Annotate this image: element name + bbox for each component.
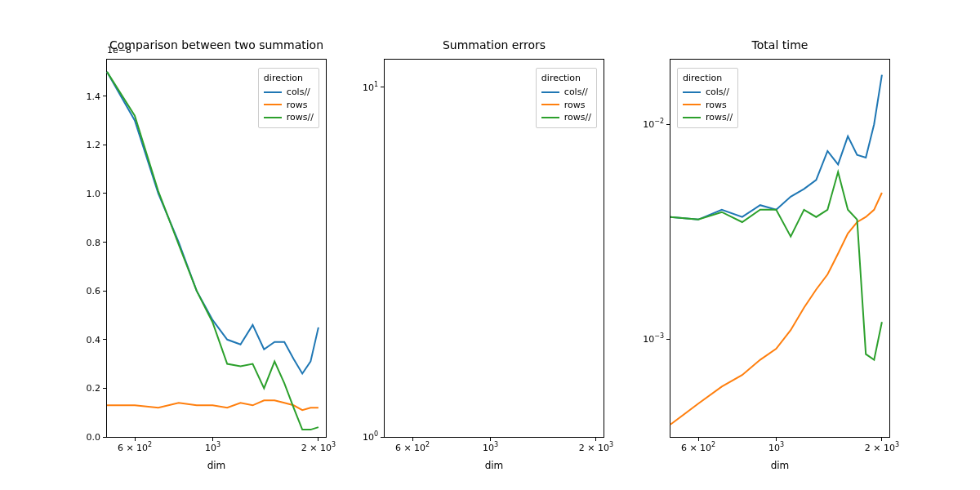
x-tick-label: 103 <box>205 443 220 453</box>
series-rows <box>670 193 882 425</box>
legend-item-rows_par: rows// <box>264 111 314 123</box>
legend-label: rows// <box>706 111 733 123</box>
y-tick-label: 0.2 <box>87 383 101 394</box>
y-scale-note: 1e−8 <box>107 45 131 56</box>
y-tick-label: 101 <box>363 82 378 92</box>
legend-item-cols_par: cols// <box>541 86 591 98</box>
legend-item-rows_par: rows// <box>683 111 733 123</box>
y-tick-mark <box>103 193 107 194</box>
legend-swatch-rows <box>683 104 701 105</box>
legend: directioncols//rowsrows// <box>536 68 597 128</box>
legend-title: direction <box>264 72 314 84</box>
y-tick-label: 0.8 <box>87 237 101 247</box>
x-tick-label: 6 × 102 <box>395 443 430 453</box>
y-tick-mark <box>381 437 385 438</box>
x-tick-mark <box>776 437 777 441</box>
legend-item-rows_par: rows// <box>541 111 591 123</box>
legend-swatch-rows_par <box>264 117 282 118</box>
x-axis-label: dim <box>670 460 889 471</box>
x-tick-mark <box>212 437 213 441</box>
x-tick-label: 103 <box>483 443 498 453</box>
y-tick-mark <box>103 96 107 96</box>
y-tick-mark <box>103 437 107 438</box>
legend-label: rows// <box>287 111 314 123</box>
y-tick-mark <box>103 291 107 292</box>
legend-label: cols// <box>287 86 310 98</box>
series-rows_par <box>670 172 882 360</box>
y-tick-label: 0.4 <box>87 334 101 345</box>
legend-label: cols// <box>706 86 729 98</box>
x-tick-mark <box>135 437 136 441</box>
y-tick-label: 1.0 <box>87 188 101 198</box>
x-tick-label: 2 × 103 <box>865 443 899 453</box>
y-tick-mark <box>666 124 670 125</box>
x-tick-mark <box>318 437 318 441</box>
legend-swatch-rows <box>541 104 559 105</box>
x-tick-mark <box>412 437 413 441</box>
y-tick-label: 100 <box>363 432 378 443</box>
legend-title: direction <box>683 72 733 84</box>
x-tick-mark <box>698 437 699 441</box>
y-tick-label: 10−2 <box>643 119 664 130</box>
y-tick-mark <box>666 339 670 340</box>
legend-label: rows <box>706 99 727 111</box>
panel-errors: Summation errors dim 6 × 1021032 × 10310… <box>384 59 604 438</box>
legend-item-rows: rows <box>541 99 591 111</box>
legend-swatch-cols_par <box>683 91 701 93</box>
x-tick-label: 2 × 103 <box>301 443 336 453</box>
legend-swatch-cols_par <box>264 91 282 93</box>
y-tick-label: 1.2 <box>87 140 101 150</box>
y-tick-label: 1.4 <box>87 91 101 101</box>
panel-title: Total time <box>670 38 889 51</box>
legend-label: cols// <box>564 86 588 98</box>
x-tick-mark <box>881 437 882 441</box>
figure: Comparison between two summation 1e−8 di… <box>0 0 980 490</box>
legend-swatch-rows <box>264 104 282 105</box>
y-tick-mark <box>103 145 107 145</box>
legend-item-cols_par: cols// <box>264 86 314 98</box>
y-tick-mark <box>103 242 107 243</box>
legend: directioncols//rowsrows// <box>258 68 319 128</box>
x-tick-mark <box>595 437 596 441</box>
panel-title: Comparison between two summation <box>107 38 326 51</box>
legend-label: rows <box>287 99 308 111</box>
y-tick-label: 10−3 <box>643 334 664 345</box>
panel-time: Total time dim 6 × 1021032 × 10310−310−2… <box>670 59 890 438</box>
legend-item-cols_par: cols// <box>683 86 733 98</box>
legend-item-rows: rows <box>264 99 314 111</box>
x-tick-label: 6 × 102 <box>118 443 152 453</box>
y-tick-label: 0.0 <box>87 432 101 443</box>
panel-title: Summation errors <box>385 38 604 51</box>
series-rows <box>107 400 318 410</box>
x-tick-label: 2 × 103 <box>579 443 613 453</box>
legend-label: rows// <box>564 111 591 123</box>
legend-label: rows <box>564 99 586 111</box>
y-tick-mark <box>103 388 107 389</box>
legend: directioncols//rowsrows// <box>677 68 738 128</box>
legend-swatch-rows_par <box>683 117 701 118</box>
x-tick-label: 6 × 102 <box>681 443 715 453</box>
x-axis-label: dim <box>107 460 326 471</box>
y-tick-mark <box>381 87 385 87</box>
panel-comparison: Comparison between two summation 1e−8 di… <box>106 59 327 438</box>
x-tick-mark <box>490 437 491 441</box>
legend-swatch-cols_par <box>541 91 559 93</box>
y-tick-mark <box>103 339 107 340</box>
legend-title: direction <box>541 72 591 84</box>
x-tick-label: 103 <box>768 443 784 453</box>
y-tick-label: 0.6 <box>87 286 101 296</box>
legend-swatch-rows_par <box>541 117 559 118</box>
legend-item-rows: rows <box>683 99 733 111</box>
x-axis-label: dim <box>385 460 604 471</box>
